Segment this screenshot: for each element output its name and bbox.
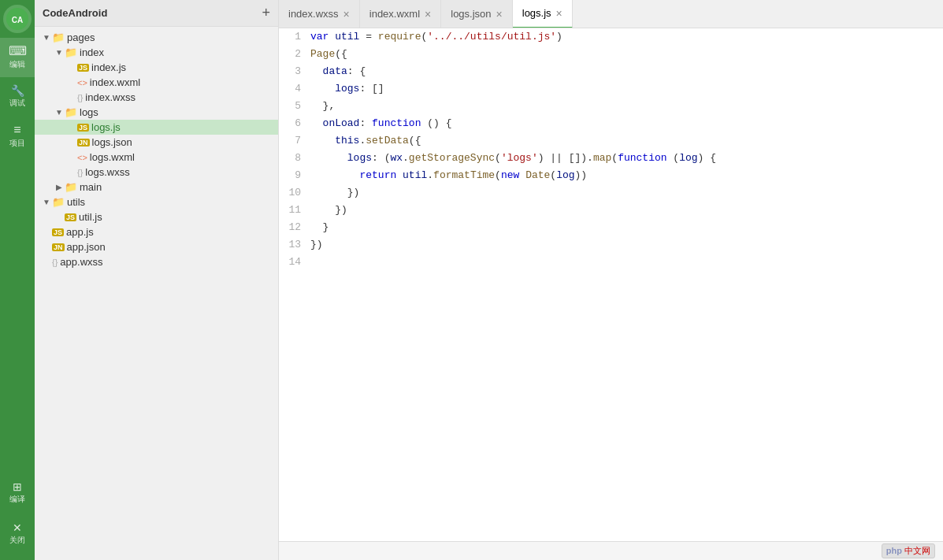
sidebar-header: CodeAndroid + bbox=[35, 0, 278, 27]
line-number: 5 bbox=[279, 98, 310, 115]
sidebar-item-index-js[interactable]: JSindex.js bbox=[35, 60, 278, 75]
tab-close-btn[interactable]: × bbox=[556, 8, 562, 19]
code-line: 9 return util.formatTime(new Date(log)) bbox=[279, 167, 943, 184]
line-content: Page({ bbox=[310, 46, 943, 63]
activity-bar-item-close[interactable]: ✕ 关闭 bbox=[0, 514, 35, 554]
activity-bar-label-project: 项目 bbox=[9, 138, 25, 149]
tab-label: logs.js bbox=[522, 7, 551, 19]
sidebar-item-app-wxss[interactable]: {}app.wxss bbox=[35, 254, 278, 269]
activity-bar-item-edit[interactable]: ⌨ 编辑 bbox=[0, 38, 35, 77]
line-content bbox=[310, 254, 943, 271]
sidebar-item-utils-folder[interactable]: ▼📁utils bbox=[35, 195, 278, 210]
sidebar-item-app-json[interactable]: JNapp.json bbox=[35, 239, 278, 254]
tab-label: index.wxss bbox=[288, 8, 339, 20]
code-line: 6 onLoad: function () { bbox=[279, 115, 943, 132]
line-content: logs: [] bbox=[310, 80, 943, 98]
activity-bar-label-close: 关闭 bbox=[9, 535, 25, 546]
line-content: logs: (wx.getStorageSync('logs') || []).… bbox=[310, 150, 943, 167]
sidebar-item-label: app.json bbox=[67, 241, 106, 253]
tab-close-btn[interactable]: × bbox=[343, 9, 350, 20]
sidebar-item-main-folder[interactable]: ▶📁main bbox=[35, 180, 278, 195]
line-number: 11 bbox=[279, 202, 310, 219]
sidebar-item-label: logs.json bbox=[92, 136, 132, 148]
line-content: this.setData({ bbox=[310, 132, 943, 150]
app-logo: CA bbox=[3, 5, 32, 33]
activity-bar-item-debug[interactable]: 🔧 调试 bbox=[0, 77, 35, 117]
tab-label: index.wxml bbox=[369, 8, 420, 20]
svg-text:CA: CA bbox=[12, 16, 23, 24]
activity-bar-label-compile: 编译 bbox=[9, 494, 25, 505]
sidebar-item-index-wxml[interactable]: <>index.wxml bbox=[35, 75, 278, 90]
line-content: }) bbox=[310, 202, 943, 219]
line-number: 13 bbox=[279, 236, 310, 254]
line-content: }) bbox=[310, 184, 943, 202]
line-number: 14 bbox=[279, 254, 310, 271]
code-line: 12 } bbox=[279, 219, 943, 236]
sidebar-tree: ▼📁pages▼📁indexJSindex.js<>index.wxml{}in… bbox=[35, 27, 278, 560]
line-number: 12 bbox=[279, 219, 310, 236]
sidebar-item-label: logs.wxml bbox=[90, 151, 135, 163]
code-editor[interactable]: 1var util = require('../../utils/util.js… bbox=[279, 28, 943, 541]
php-badge: php 中文网 bbox=[882, 543, 935, 558]
compile-icon: ⊞ bbox=[13, 481, 22, 492]
code-line: 1var util = require('../../utils/util.js… bbox=[279, 28, 943, 46]
sidebar-item-label: pages bbox=[67, 32, 95, 43]
line-content: }, bbox=[310, 98, 943, 115]
sidebar-item-logs-wxml[interactable]: <>logs.wxml bbox=[35, 150, 278, 165]
code-line: 13}) bbox=[279, 236, 943, 254]
code-line: 4 logs: [] bbox=[279, 80, 943, 98]
activity-bar-item-project[interactable]: ≡ 项目 bbox=[0, 117, 35, 156]
add-button[interactable]: + bbox=[262, 5, 270, 21]
sidebar-item-app-js[interactable]: JSapp.js bbox=[35, 224, 278, 239]
sidebar-item-label: logs bbox=[80, 106, 98, 118]
sidebar: CodeAndroid + ▼📁pages▼📁indexJSindex.js<>… bbox=[35, 0, 279, 560]
sidebar-item-logs-folder[interactable]: ▼📁logs bbox=[35, 105, 278, 120]
line-number: 8 bbox=[279, 150, 310, 167]
edit-icon: ⌨ bbox=[9, 45, 27, 57]
sidebar-item-index-wxss[interactable]: {}index.wxss bbox=[35, 90, 278, 105]
code-line: 8 logs: (wx.getStorageSync('logs') || []… bbox=[279, 150, 943, 167]
sidebar-item-label: index.wxss bbox=[85, 91, 136, 103]
sidebar-item-label: index bbox=[80, 46, 104, 58]
activity-bar-item-compile[interactable]: ⊞ 编译 bbox=[0, 473, 35, 513]
code-line: 11 }) bbox=[279, 202, 943, 219]
sidebar-item-logs-js[interactable]: JSlogs.js bbox=[35, 120, 278, 135]
app-title: CodeAndroid bbox=[43, 7, 107, 19]
tab-logs-json-tab[interactable]: logs.json× bbox=[441, 0, 513, 28]
code-line: 2Page({ bbox=[279, 46, 943, 63]
sidebar-item-logs-json[interactable]: JNlogs.json bbox=[35, 135, 278, 150]
tabs-bar: index.wxss×index.wxml×logs.json×logs.js× bbox=[279, 0, 943, 28]
sidebar-item-util-js[interactable]: JSutil.js bbox=[35, 210, 278, 224]
sidebar-item-label: util.js bbox=[79, 211, 102, 223]
sidebar-item-label: index.wxml bbox=[90, 76, 140, 88]
tab-index-wxss-tab[interactable]: index.wxss× bbox=[279, 0, 360, 28]
line-number: 4 bbox=[279, 80, 310, 98]
line-number: 7 bbox=[279, 132, 310, 150]
sidebar-item-label: utils bbox=[67, 196, 85, 208]
tab-label: logs.json bbox=[451, 8, 491, 20]
tab-close-btn[interactable]: × bbox=[496, 9, 503, 20]
line-content: }) bbox=[310, 236, 943, 254]
activity-bar-label-edit: 编辑 bbox=[9, 59, 25, 70]
line-content: onLoad: function () { bbox=[310, 115, 943, 132]
tab-index-wxml-tab[interactable]: index.wxml× bbox=[360, 0, 441, 28]
sidebar-item-label: app.js bbox=[66, 226, 94, 238]
line-number: 1 bbox=[279, 28, 310, 46]
line-number: 3 bbox=[279, 63, 310, 80]
sidebar-item-logs-wxss[interactable]: {}logs.wxss bbox=[35, 165, 278, 180]
sidebar-item-label: logs.wxss bbox=[85, 166, 129, 178]
tab-close-btn[interactable]: × bbox=[425, 9, 431, 20]
tab-logs-js-tab[interactable]: logs.js× bbox=[513, 0, 573, 28]
line-content: } bbox=[310, 219, 943, 236]
line-number: 6 bbox=[279, 115, 310, 132]
sidebar-item-pages-folder[interactable]: ▼📁pages bbox=[35, 30, 278, 45]
line-number: 10 bbox=[279, 184, 310, 202]
code-line: 3 data: { bbox=[279, 63, 943, 80]
line-content: var util = require('../../utils/util.js'… bbox=[310, 28, 943, 46]
php-label: php bbox=[886, 546, 902, 555]
code-line: 10 }) bbox=[279, 184, 943, 202]
bottom-bar: php 中文网 bbox=[279, 541, 943, 560]
code-line: 14 bbox=[279, 254, 943, 271]
sidebar-item-index-folder[interactable]: ▼📁index bbox=[35, 45, 278, 60]
debug-icon: 🔧 bbox=[11, 85, 24, 96]
